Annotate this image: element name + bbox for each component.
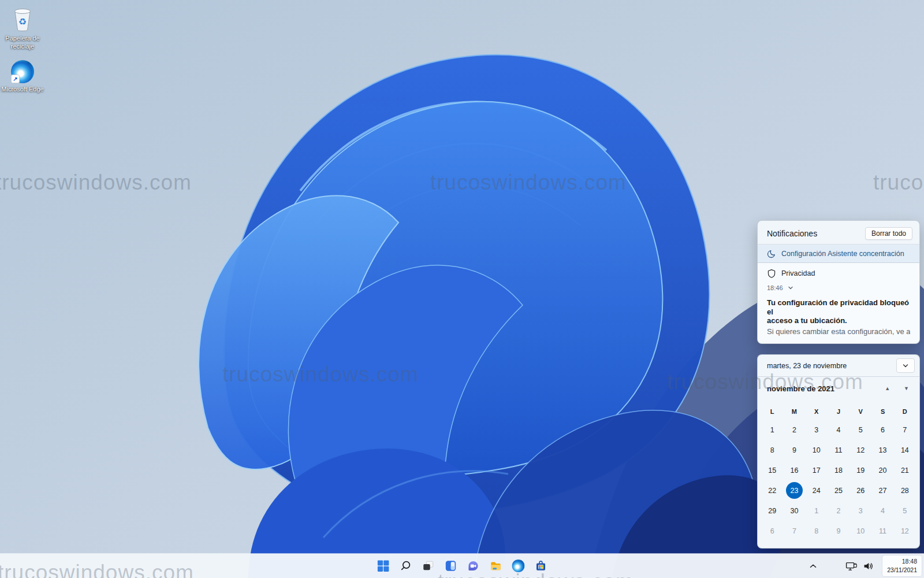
calendar-day-header: J xyxy=(828,403,850,420)
calendar-day-headers: LMXJVSD xyxy=(758,403,919,420)
calendar-collapse-button[interactable] xyxy=(896,358,915,373)
calendar-day[interactable]: 25 xyxy=(828,480,850,501)
calendar-day[interactable]: 6 xyxy=(761,521,783,541)
desktop-icon-recycle-bin[interactable]: ♻ Papelera de reciclaje xyxy=(0,7,45,51)
chat-button[interactable] xyxy=(466,558,481,573)
svg-text:♻: ♻ xyxy=(18,16,27,27)
calendar-day[interactable]: 3 xyxy=(850,501,871,521)
calendar-day-header: M xyxy=(783,403,805,420)
calendar-day[interactable]: 9 xyxy=(783,440,805,460)
calendar-day[interactable]: 2 xyxy=(783,420,805,440)
recycle-bin-icon: ♻ xyxy=(12,7,33,32)
task-view-icon xyxy=(422,560,435,572)
calendar-day-header: X xyxy=(806,403,828,420)
volume-icon xyxy=(863,561,874,572)
focus-assist-settings-link[interactable]: Configuración Asistente concentración xyxy=(758,244,919,263)
calendar-day[interactable]: 8 xyxy=(806,521,828,541)
chevron-down-icon xyxy=(901,362,910,369)
calendar-day[interactable]: 27 xyxy=(871,480,893,501)
desktop-icon-label: Papelera de reciclaje xyxy=(0,34,45,51)
calendar-day[interactable]: 30 xyxy=(783,501,805,521)
calendar-day-header: V xyxy=(850,403,871,420)
calendar-day-header: L xyxy=(761,403,783,420)
calendar-prev-month-button[interactable]: ▲ xyxy=(885,386,890,391)
network-volume-button[interactable] xyxy=(840,561,879,572)
calendar-day[interactable]: 10 xyxy=(806,440,828,460)
calendar-day[interactable]: 11 xyxy=(871,521,893,541)
search-icon xyxy=(400,560,412,572)
calendar-grid: 1234567891011121314151617181920212223242… xyxy=(758,420,919,541)
calendar-day[interactable]: 10 xyxy=(850,521,871,541)
clear-all-button[interactable]: Borrar todo xyxy=(865,227,912,240)
calendar-next-month-button[interactable]: ▼ xyxy=(904,386,909,391)
widgets-button[interactable] xyxy=(444,558,459,573)
clock-button[interactable]: 18:48 23/11/2021 xyxy=(882,555,922,576)
file-explorer-button[interactable] xyxy=(489,558,504,573)
edge-button[interactable] xyxy=(511,558,526,573)
calendar-day[interactable]: 4 xyxy=(828,420,850,440)
windows-start-icon xyxy=(377,560,390,572)
search-button[interactable] xyxy=(398,558,413,573)
shield-icon xyxy=(767,269,776,278)
notification-header: Notificaciones Borrar todo xyxy=(758,221,919,244)
file-explorer-icon xyxy=(490,560,502,572)
notification-title-line: Tu configuración de privacidad bloqueó e… xyxy=(767,298,910,316)
calendar-day[interactable]: 9 xyxy=(828,521,850,541)
calendar-day-header: S xyxy=(871,403,893,420)
calendar-day[interactable]: 11 xyxy=(828,440,850,460)
calendar-day[interactable]: 14 xyxy=(894,440,916,460)
start-button[interactable] xyxy=(376,558,391,573)
calendar-day[interactable]: 26 xyxy=(850,480,871,501)
store-icon xyxy=(535,560,547,572)
network-ethernet-icon xyxy=(845,561,858,572)
calendar-day[interactable]: 8 xyxy=(761,440,783,460)
edge-icon xyxy=(512,560,525,572)
calendar-day[interactable]: 6 xyxy=(871,420,893,440)
task-view-button[interactable] xyxy=(421,558,436,573)
notification-app-name: Privacidad xyxy=(781,269,815,277)
desktop-icon-microsoft-edge[interactable]: ↗ Microsoft Edge xyxy=(0,60,45,93)
calendar-day[interactable]: 28 xyxy=(894,480,916,501)
tray-time: 18:48 xyxy=(887,557,917,566)
calendar-day[interactable]: 21 xyxy=(894,460,916,480)
focus-assist-label: Configuración Asistente concentración xyxy=(781,250,904,258)
calendar-day[interactable]: 16 xyxy=(783,460,805,480)
calendar-day[interactable]: 3 xyxy=(806,420,828,440)
calendar-day[interactable]: 18 xyxy=(828,460,850,480)
calendar-day[interactable]: 12 xyxy=(850,440,871,460)
calendar-day-selected[interactable]: 23 xyxy=(783,480,805,501)
calendar-day[interactable]: 5 xyxy=(850,420,871,440)
calendar-day[interactable]: 1 xyxy=(806,501,828,521)
widgets-icon xyxy=(445,560,457,572)
notification-title-line: acceso a tu ubicación. xyxy=(767,316,910,325)
calendar-day[interactable]: 20 xyxy=(871,460,893,480)
calendar-day[interactable]: 1 xyxy=(761,420,783,440)
calendar-month-label: noviembre de 2021 xyxy=(767,384,834,393)
calendar-day[interactable]: 4 xyxy=(871,501,893,521)
calendar-day[interactable]: 7 xyxy=(894,420,916,440)
calendar-day[interactable]: 24 xyxy=(806,480,828,501)
chevron-down-icon[interactable] xyxy=(787,285,794,291)
calendar-day[interactable]: 29 xyxy=(761,501,783,521)
calendar-day[interactable]: 7 xyxy=(783,521,805,541)
calendar-day[interactable]: 15 xyxy=(761,460,783,480)
notifications-title: Notificaciones xyxy=(767,229,817,238)
calendar-day[interactable]: 2 xyxy=(828,501,850,521)
hidden-icons-button[interactable] xyxy=(806,558,821,573)
notification-card: Configuración Asistente concentración Pr… xyxy=(758,244,919,343)
notification-center-panel: Notificaciones Borrar todo Configuración… xyxy=(757,220,920,344)
shortcut-arrow-icon: ↗ xyxy=(11,75,20,83)
calendar-day[interactable]: 22 xyxy=(761,480,783,501)
notification-body[interactable]: Privacidad 18:46 Tu configuración de pri… xyxy=(758,263,919,336)
calendar-day[interactable]: 5 xyxy=(894,501,916,521)
chevron-up-icon xyxy=(808,561,818,571)
chat-icon xyxy=(467,560,480,572)
taskbar-center-icons xyxy=(376,554,549,578)
calendar-day[interactable]: 12 xyxy=(894,521,916,541)
calendar-day[interactable]: 17 xyxy=(806,460,828,480)
calendar-selected-date-label: martes, 23 de noviembre xyxy=(767,362,847,370)
calendar-day[interactable]: 19 xyxy=(850,460,871,480)
microsoft-store-button[interactable] xyxy=(534,558,549,573)
tray-date: 23/11/2021 xyxy=(887,566,917,575)
calendar-day[interactable]: 13 xyxy=(871,440,893,460)
